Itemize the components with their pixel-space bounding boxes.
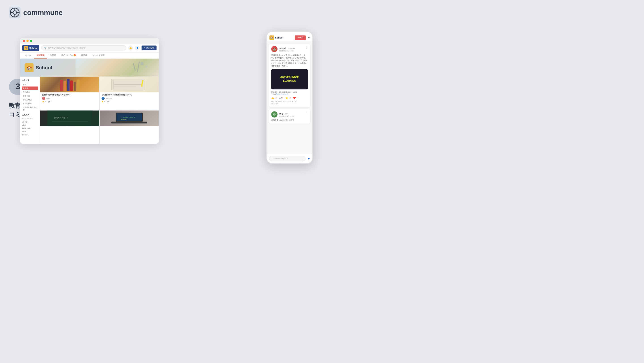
browser-minimize-dot [26, 40, 28, 42]
tab-study-room[interactable]: 勉強部屋 [34, 52, 47, 58]
banner-content: 🏫 School [24, 63, 52, 72]
send-icon[interactable]: ➤ [307, 156, 310, 161]
mobile-post-1-image: (N)EVER(S)TOPLEARNING [271, 69, 308, 89]
mobile-event-info: 開催日時：3月15日(日)19:00〜16:00 予約は予約はこちらから [271, 91, 308, 96]
tab-lounge[interactable]: 休憩室 [47, 52, 58, 58]
svg-rect-22 [111, 122, 147, 123]
mobile-event-link[interactable]: 予約はこちらから [276, 93, 288, 95]
svg-point-8 [145, 66, 147, 68]
mobile-user-reacted: ゆうさんが30リアクションしました [271, 101, 308, 103]
tag-ethics[interactable]: #倫理・政経 [22, 127, 38, 130]
mobile-mockup: 🏫 School トーク ≡ 🏫 School [266, 31, 313, 164]
post-card-2[interactable]: この前のテストの最後の問題について Tom1999 👍 8 💬 5 [100, 77, 159, 110]
nav-search[interactable]: 🔍 知りたい内容について聞いてみてください [41, 46, 126, 51]
mobile-brand-icon: 🏫 [270, 35, 274, 40]
svg-text:∫ f(x)dx = F(x) + C: ∫ f(x)dx = F(x) + C [54, 117, 68, 119]
mobile-header: 🏫 School トーク ≡ [267, 34, 312, 42]
page-container: commmune 33分でわかる 教育業界の コミュニティ解説資料 [0, 0, 322, 182]
svg-text:> python study.py: > python study.py [122, 116, 135, 118]
mobile-content: 🏫 School @menzuki 2023年3月4日 14:10 ⋮ 学習相談… [267, 42, 312, 154]
mobile-post-2-username: @yu [285, 113, 288, 115]
reaction-comment[interactable]: 💬 8 [279, 97, 283, 99]
notification-icon[interactable]: 🔔 [128, 46, 133, 50]
categories-title: カテゴリ [22, 79, 38, 81]
browser-navbar: 🏫 School 🔍 知りたい内容について聞いてみてください 🔔 👤 ✎ 新規投… [20, 44, 159, 52]
message-input[interactable]: メッセージを入力 [269, 156, 306, 161]
mobile-post-1-options[interactable]: ⋮ [305, 46, 308, 49]
tab-beginners[interactable]: 初めての方へ🎁 [58, 52, 78, 58]
sidebar-item-intro[interactable]: 自己紹介 [22, 90, 38, 94]
user-icon[interactable]: 👤 [135, 46, 140, 50]
tab-home[interactable]: ホーム [22, 52, 34, 58]
mobile-brand-text: School [275, 36, 283, 39]
mobile-brand: 🏫 School [270, 35, 283, 40]
post-2-title: この前のテストの最後の問題について [102, 93, 157, 96]
svg-point-7 [140, 62, 144, 65]
new-post-button[interactable]: ✎ 新規投稿 [142, 46, 156, 50]
post-image-notebook [100, 77, 159, 92]
mobile-post-2: ゆ ゆう @yu 2023年3月4日 15:06 ⋮ 参加を楽しみにしています！ [269, 109, 310, 124]
browser-close-dot [23, 40, 25, 42]
post-1-title: お勧めの参考書を教えてください！ [42, 93, 98, 96]
sidebar-item-all[interactable]: すべて [22, 83, 38, 86]
sidebar: カテゴリ すべて 勉強会 自己紹介 受講日記 お悩み相談 お勧め授業 Schoo… [20, 77, 40, 144]
reaction-heart[interactable]: ❤️ 4 [293, 97, 297, 99]
posts-grid: お勧めの参考書を教えてください！ maiko 👍 16 💬 3 [40, 77, 159, 144]
reaction-like[interactable]: 👍 13 [271, 97, 276, 99]
post-image-chalkboard: ∫ f(x)dx = F(x) + C [40, 110, 99, 126]
mobile-input-bar: メッセージを入力 ➤ [267, 154, 312, 163]
tag-filter-link[interactable]: 他のタグを見る [22, 117, 38, 120]
mobile-post-2-avatar: ゆ [271, 111, 278, 118]
tab-events[interactable]: イベント情報 [90, 52, 107, 58]
mobile-menu-icon[interactable]: ≡ [308, 36, 310, 40]
tag-chemistry[interactable]: #化学 [22, 124, 38, 127]
browser-titlebar [20, 38, 159, 44]
reaction-star[interactable]: ⭐ 12 [285, 97, 291, 99]
svg-rect-10 [137, 61, 140, 72]
mobile-statusbar [267, 32, 312, 34]
nav-brand-text: School [29, 47, 38, 49]
site-title: School [36, 65, 52, 71]
mobile-reactions: 👍 13 💬 8 ⭐ 12 ❤️ 4 [271, 97, 308, 99]
nav-icons: 🔔 👤 ✎ 新規投稿 [128, 46, 156, 50]
popular-tags-title: 人気タグ [22, 114, 38, 116]
mobile-talk-button[interactable]: トーク [295, 35, 306, 40]
post-card-4[interactable]: > python study.py Running... [100, 110, 159, 144]
never-stop-text: (N)EVER(S)TOPLEARNING [280, 76, 299, 83]
mobile-post-1-time: 2023年3月4日 14:10 [279, 50, 304, 52]
nav-brand[interactable]: 🏫 School [22, 45, 39, 51]
svg-text:Running...: Running... [122, 119, 128, 120]
browser-tabs: ホーム 勉強部屋 休憩室 初めての方へ🎁 掲示板 イベント情報 [20, 52, 159, 59]
tag-geology[interactable]: #地学 [22, 130, 38, 133]
post-2-avatar [102, 97, 105, 100]
post-1-username: maiko [46, 98, 50, 99]
sidebar-item-diary[interactable]: 受講日記 [22, 94, 38, 97]
sidebar-item-consult[interactable]: お悩み相談 [22, 98, 38, 101]
mobile-post-1-username: @menzuki [288, 48, 295, 49]
mobile-post-1-avatar: 🏫 [271, 46, 278, 52]
mobile-post-1-body: 学習相談会をオンラインにて開催いたします。予約制にて、個別対応になりますので、勉… [271, 54, 308, 67]
tag-math[interactable]: #数学日 [22, 120, 38, 124]
tab-bulletin[interactable]: 掲示板 [78, 52, 90, 58]
sidebar-item-recommend[interactable]: お勧め授業 [22, 102, 38, 105]
nav-search-text: 知りたい内容について聞いてみてください [48, 47, 86, 50]
mobile-post-1: 🏫 School @menzuki 2023年3月4日 14:10 ⋮ 学習相談… [269, 44, 310, 107]
sidebar-item-notice[interactable]: Schoolからお知らせ [22, 105, 38, 111]
browser-maximize-dot [30, 40, 32, 42]
mobile-post-2-author: ゆう [279, 113, 283, 115]
post-1-avatar [42, 97, 45, 100]
site-logo-box: 🏫 [24, 63, 34, 72]
mobile-reply-count: コメント0 [271, 103, 308, 105]
post-2-comments: 💬 5 [107, 101, 110, 102]
tag-history[interactable]: #日本史 [22, 133, 38, 136]
post-card-1[interactable]: お勧めの参考書を教えてください！ maiko 👍 16 💬 3 [40, 77, 99, 110]
post-1-comments: 💬 3 [48, 101, 52, 102]
mobile-post-2-body: 参加を楽しみにしています！ [271, 119, 308, 121]
mobile-post-2-options[interactable]: ⋮ [305, 111, 308, 114]
mobile-post-1-meta: School @menzuki 2023年3月4日 14:10 [279, 46, 304, 52]
mobile-post-1-author: School [279, 47, 286, 50]
post-2-username: Tom1999 [106, 98, 112, 99]
post-card-3[interactable]: ∫ f(x)dx = F(x) + C [40, 110, 99, 144]
mobile-post-2-time: 2023年3月4日 15:06 [279, 115, 304, 118]
sidebar-item-study[interactable]: 勉強会 [22, 86, 38, 90]
